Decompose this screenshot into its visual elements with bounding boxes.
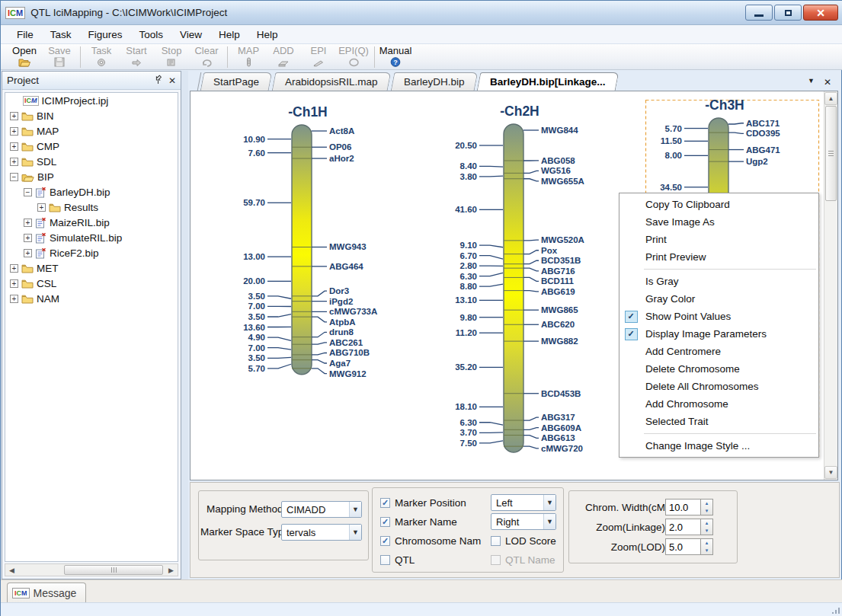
menu-view-4[interactable]: View: [171, 27, 210, 43]
map-button: MAP: [231, 45, 266, 70]
tree-item-map[interactable]: +MAP: [5, 123, 178, 139]
hscroll-thumb[interactable]: [64, 565, 163, 575]
context-menu: Copy To ClipboardSave Image AsPrintPrint…: [619, 193, 819, 458]
checkbox-icon: [491, 536, 501, 546]
tree-item-sdl[interactable]: +SDL: [5, 154, 178, 169]
tab-list-chevron-icon[interactable]: ▼: [808, 77, 815, 88]
tab-startpage[interactable]: StartPage: [200, 72, 273, 91]
menuitem-save-image-as[interactable]: Save Image As: [619, 213, 818, 231]
menuitem-selected-trait[interactable]: Selected Trait: [619, 413, 818, 430]
panel-close-icon[interactable]: ✕: [168, 75, 176, 86]
expand-plus-icon[interactable]: +: [10, 158, 18, 166]
vscroll-thumb[interactable]: [825, 106, 837, 201]
project-hscrollbar[interactable]: ◀ ▶: [5, 563, 178, 576]
menu-help-5[interactable]: Help: [210, 27, 248, 43]
maximize-button[interactable]: [774, 5, 802, 21]
message-tab[interactable]: ICM Message: [7, 582, 86, 602]
tree-item-simulaterilbip[interactable]: +SimulateRIL.bip: [5, 230, 178, 245]
expand-plus-icon[interactable]: +: [10, 112, 18, 120]
expand-plus-icon[interactable]: +: [24, 219, 32, 227]
menuitem-delete-all-chromosomes[interactable]: Delete All Chromosomes: [619, 378, 818, 395]
menuitem-print[interactable]: Print: [619, 231, 818, 248]
marker-label: MWG520A: [541, 235, 584, 244]
minimize-button[interactable]: [745, 5, 773, 21]
marker-position-checkbox[interactable]: Marker Position: [380, 497, 466, 509]
marker-label: MWG912: [329, 369, 367, 378]
menuitem-print-preview[interactable]: Print Preview: [619, 248, 818, 266]
distance-leader-line: [267, 296, 291, 298]
marker-name-side-select[interactable]: Right ▼: [491, 513, 556, 530]
menuitem-display-image-parameters[interactable]: ✓Display Image Parameters: [619, 325, 818, 343]
linkage-map-canvas[interactable]: -Ch1HAct8AOP06aHor2MWG943ABG464Dor3iPgd2…: [190, 91, 838, 480]
scroll-up-icon[interactable]: ▲: [824, 92, 837, 105]
tree-item-barleydhbip[interactable]: −BarleyDH.bip: [5, 184, 178, 199]
menuitem-add-centromere[interactable]: Add Centromere: [619, 343, 818, 360]
expand-plus-icon[interactable]: +: [24, 234, 32, 242]
menuitem-gray-color[interactable]: Gray Color: [619, 290, 818, 308]
tree-item-met[interactable]: +MET: [5, 260, 178, 276]
expand-plus-icon[interactable]: +: [10, 264, 18, 273]
menu-tools-3[interactable]: Tools: [131, 27, 172, 43]
collapse-minus-icon[interactable]: −: [10, 173, 18, 181]
chrom-width-input[interactable]: [665, 499, 700, 515]
menu-file-0[interactable]: File: [8, 27, 42, 43]
menu-separator: [644, 433, 816, 434]
marker-label: ABG609A: [541, 423, 581, 432]
menuitem-delete-chromosome[interactable]: Delete Chromosome: [619, 360, 818, 378]
expand-plus-icon[interactable]: +: [10, 279, 18, 288]
manual-button[interactable]: Manual?: [378, 45, 413, 70]
menuitem-show-point-values[interactable]: ✓Show Point Values: [619, 308, 818, 325]
spinner-buttons[interactable]: ▲▼: [700, 499, 713, 515]
tree-item-csl[interactable]: +CSL: [5, 276, 178, 291]
distance-leader-line: [479, 245, 503, 247]
chromosome-name-checkbox[interactable]: Chromosome Nam: [380, 535, 481, 547]
panel-splitter[interactable]: [181, 71, 188, 579]
spinner-buttons[interactable]: ▲▼: [700, 519, 713, 535]
menu-figures-2[interactable]: Figures: [80, 27, 131, 43]
menu-task-1[interactable]: Task: [42, 27, 80, 43]
scroll-left-icon[interactable]: ◀: [5, 564, 18, 576]
resize-grip[interactable]: [832, 608, 840, 614]
expand-plus-icon[interactable]: +: [10, 127, 18, 136]
collapse-minus-icon[interactable]: −: [24, 188, 32, 196]
scroll-down-icon[interactable]: ▼: [824, 466, 837, 479]
marker-label: ABC171: [746, 119, 780, 128]
zoom-lod-input[interactable]: [665, 538, 700, 555]
menuitem-copy-to-clipboard[interactable]: Copy To Clipboard: [619, 196, 818, 213]
expand-plus-icon[interactable]: +: [10, 295, 18, 303]
tree-item-icimprojectipj[interactable]: ICMICIMProject.ipj: [5, 93, 178, 108]
tab-barleydhbip[interactable]: BarleyDH.bip: [390, 72, 477, 91]
open-button[interactable]: Open: [7, 45, 42, 70]
tree-item-maizerilbip[interactable]: +MaizeRIL.bip: [5, 215, 178, 230]
tab-barleydhbiplinkage[interactable]: BarleyDH.bip[Linkage...: [477, 72, 619, 91]
menuitem-is-gray[interactable]: Is Gray: [619, 273, 818, 290]
marker-space-select[interactable]: tervals ▼: [281, 524, 362, 541]
close-button[interactable]: ✕: [803, 5, 838, 21]
chart-vscrollbar[interactable]: ▲ ▼: [824, 91, 837, 480]
qtl-checkbox[interactable]: QTL: [380, 554, 415, 566]
scroll-right-icon[interactable]: ▶: [165, 564, 178, 576]
tree-item-ricef2bip[interactable]: +RiceF2.bip: [5, 245, 178, 260]
expand-plus-icon[interactable]: +: [37, 203, 46, 212]
hscroll-track[interactable]: [18, 564, 165, 576]
tree-item-cmp[interactable]: +CMP: [5, 139, 178, 154]
menu-help-6[interactable]: Help: [248, 27, 287, 43]
pin-icon[interactable]: [154, 75, 162, 86]
expand-plus-icon[interactable]: +: [24, 249, 32, 257]
tab-arabidopsisrilmap[interactable]: ArabidopsisRIL.map: [272, 72, 391, 91]
expand-plus-icon[interactable]: +: [10, 142, 18, 151]
tree-item-bip[interactable]: −BIP: [5, 169, 178, 184]
tree-item-results[interactable]: +Results: [5, 199, 178, 215]
marker-position-side-select[interactable]: Left ▼: [491, 494, 556, 511]
mapping-method-select[interactable]: CIMADD ▼: [281, 501, 362, 518]
chevron-down-icon: ▼: [349, 525, 361, 540]
tree-item-nam[interactable]: +NAM: [5, 291, 178, 306]
menuitem-add-chromosome[interactable]: Add Chromosome: [619, 395, 818, 413]
menuitem-change-image-style[interactable]: Change Image Style ...: [619, 437, 818, 455]
tree-item-bin[interactable]: +BIN: [5, 108, 178, 123]
spinner-buttons[interactable]: ▲▼: [700, 538, 713, 555]
zoom-linkage-input[interactable]: [665, 519, 700, 535]
lod-score-checkbox[interactable]: LOD Score: [491, 535, 556, 547]
marker-name-checkbox[interactable]: Marker Name: [380, 516, 457, 528]
tab-close-icon[interactable]: ✕: [824, 77, 831, 88]
